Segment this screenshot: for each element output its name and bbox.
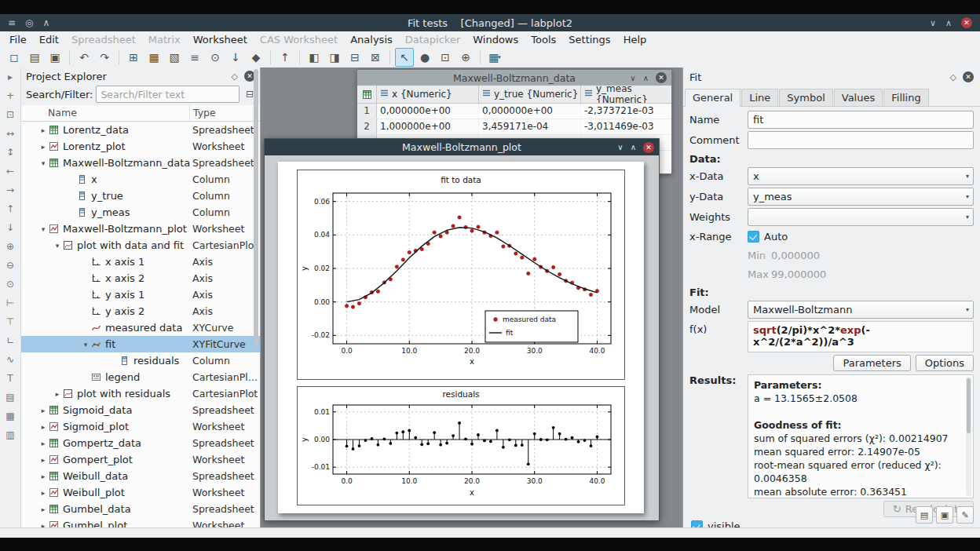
column-header-type[interactable]: Type [189,105,216,121]
tree-row-lorentz-data[interactable]: ▸Lorentz_dataSpreadsheet [21,122,260,138]
float-dock-icon[interactable]: ◇ [232,71,238,82]
row-header[interactable]: 1 [357,104,377,119]
expander-icon[interactable]: ▸ [38,423,48,431]
minimize-icon[interactable]: ∨ [930,18,936,28]
tree-row-plot-with-residuals[interactable]: ▸plot with residualsCartesianPlot [21,385,260,402]
shift-up-tool-icon[interactable]: ↑ [3,203,17,215]
tab-values[interactable]: Values [834,89,883,106]
results-box[interactable]: Parameters:a = 13.1565±2.0508 Goodness o… [748,374,974,498]
plot-window[interactable]: Maxwell-Boltzmann_plot ∨ ∧ ✕ fit to data… [264,138,660,521]
tree-scrollbar[interactable] [253,68,259,527]
column-header-0[interactable]: x {Numeric} [377,86,479,103]
expander-icon[interactable]: ▾ [53,242,62,250]
new-note-icon[interactable]: ≡ [185,48,204,67]
shift-down-tool-icon[interactable]: ↓ [3,221,17,234]
window-close-icon[interactable]: ✕ [656,72,667,83]
pointer-tool-icon[interactable]: ▸ [3,71,17,83]
new-datapicker-icon[interactable]: ⊙ [206,48,225,67]
menu-spreadsheet[interactable]: Spreadsheet [65,33,142,46]
float-dock-icon[interactable]: ◇ [950,72,956,82]
new-matrix-icon[interactable]: ▦ [144,48,163,67]
parameters-button[interactable]: Parameters [833,355,910,371]
add-plot-tool-icon[interactable]: ∟ [3,334,17,347]
expander-icon[interactable]: ▾ [38,225,48,233]
tree-row-plot-with-data-and-fit[interactable]: ▾plot with data and fitCartesianPlot [21,237,260,254]
save-project-icon[interactable]: ▣ [46,48,64,67]
close-icon[interactable]: ✕ [961,17,972,28]
xdata-combobox[interactable]: x ▾ [748,167,974,185]
import-data-icon[interactable]: ↓ [226,48,245,67]
table-cell[interactable]: 0,000000e+00 [377,104,479,119]
tree-row-weibull-data[interactable]: ▸Weibull_dataSpreadsheet [21,468,260,484]
select-all-corner[interactable] [357,86,377,103]
menu-file[interactable]: File [3,33,33,46]
close-dock-icon[interactable]: ✕ [963,71,974,82]
app-menu-icon[interactable]: ≡ [8,17,16,28]
tab-filling[interactable]: Filling [883,89,928,106]
vertical-layout-icon[interactable]: ◧ [305,48,324,67]
add-curve-tool-icon[interactable]: ∿ [3,353,17,366]
worksheet-view[interactable]: fit to data0.010.020.030.040.0-0.020.000… [265,155,659,520]
tree-row-x-axis-1[interactable]: x axis 1Axis [21,254,260,270]
zoom-y-tool-icon[interactable]: ↕ [3,146,17,159]
tree-row-sigmoid-plot[interactable]: ▸Sigmoid_plotWorksheet [21,418,260,435]
tree-row-gumbel-data[interactable]: ▸Gumbel_dataSpreadsheet [21,501,260,517]
visible-checkbox[interactable] [691,520,703,527]
tree-row-gumbel-plot[interactable]: ▸Gumbel_plotWorksheet [21,517,260,527]
column-header-1[interactable]: y_true {Numeric} [479,86,581,103]
options-button[interactable]: Options [916,355,974,371]
expander-icon[interactable]: ▸ [38,522,48,528]
tree-row-y-true[interactable]: y_trueColumn [21,188,260,204]
tree-row-legend[interactable]: legendCartesianPlotLegend [21,369,260,385]
tree-row-sigmoid-data[interactable]: ▸Sigmoid_dataSpreadsheet [21,402,260,418]
ydata-combobox[interactable]: y_meas ▾ [748,188,974,206]
menu-datapicker[interactable]: Datapicker [399,33,466,46]
column-header-name[interactable]: Name [48,105,77,121]
tree-row-maxwell-boltzmann-plot[interactable]: ▾Maxwell-Boltzmann_plotWorksheet [21,221,260,237]
shift-left-tool-icon[interactable]: ← [3,165,17,177]
column-header-2[interactable]: y_meas {Numeric} [581,86,682,103]
window-maximize-icon[interactable]: ∧ [643,74,649,82]
horizontal-layout-icon[interactable]: ◨ [325,48,344,67]
menu-matrix[interactable]: Matrix [142,33,187,46]
menu-windows[interactable]: Windows [466,33,525,46]
shift-right-tool-icon[interactable]: → [3,184,17,196]
color-scheme-icon[interactable]: ◆ [247,48,265,67]
add-text-tool-icon[interactable]: T [3,372,17,385]
tree-row-y-axis-2[interactable]: y axis 2Axis [21,303,260,319]
zoom-select-tool-icon[interactable]: ⊡ [3,108,17,121]
grid-tool-icon[interactable]: ▦ [3,410,17,422]
tab-general[interactable]: General [685,89,740,107]
auto-scale-tool-icon[interactable]: ⊙ [3,278,17,290]
tree-row-measured-data[interactable]: measured dataXYCurve [21,319,260,336]
results-scrollbar[interactable] [966,377,971,496]
expander-icon[interactable]: ▸ [38,456,48,464]
expander-icon[interactable]: ▸ [38,489,48,497]
fit-chart[interactable]: fit to data0.010.020.030.040.0-0.020.000… [297,170,625,380]
table-cell[interactable]: -3,011469e-03 [581,119,682,134]
menu-edit[interactable]: Edit [33,33,65,46]
comment-field[interactable] [748,131,974,149]
table-cell[interactable]: -2,373721e-03 [581,104,682,119]
expander-icon[interactable]: ▾ [38,159,48,167]
auto-scale-y-tool-icon[interactable]: ⊤ [3,316,17,328]
plot-window-titlebar[interactable]: Maxwell-Boltzmann_plot ∨ ∧ ✕ [265,139,659,155]
tree-row-gompert-plot[interactable]: ▸Gompert_plotWorksheet [21,451,260,468]
tree-row-x[interactable]: xColumn [21,171,260,188]
save-template-icon[interactable]: ▣ [936,506,953,524]
maximize-icon[interactable]: ∧ [945,18,952,28]
menu-worksheet[interactable]: Worksheet [187,33,254,46]
tree-row-y-meas[interactable]: y_measColumn [21,204,260,221]
menu-help[interactable]: Help [617,33,653,46]
name-field[interactable]: fit [748,111,974,129]
tree-row-x-axis-2[interactable]: x axis 2Axis [21,270,260,286]
plot-mode-icon[interactable]: ▦▾ [485,48,504,67]
expander-icon[interactable]: ▾ [81,341,90,348]
zoom-in-tool-icon[interactable]: ⊕ [3,240,17,253]
layout-tool-icon[interactable]: ▥ [3,429,17,441]
auto-checkbox[interactable] [748,231,759,243]
expander-icon[interactable]: ▸ [38,407,48,414]
expander-icon[interactable]: ▸ [38,126,48,134]
zoom-selection-icon[interactable]: ⊡ [436,48,455,67]
new-worksheet-icon[interactable]: ▧ [165,48,184,67]
